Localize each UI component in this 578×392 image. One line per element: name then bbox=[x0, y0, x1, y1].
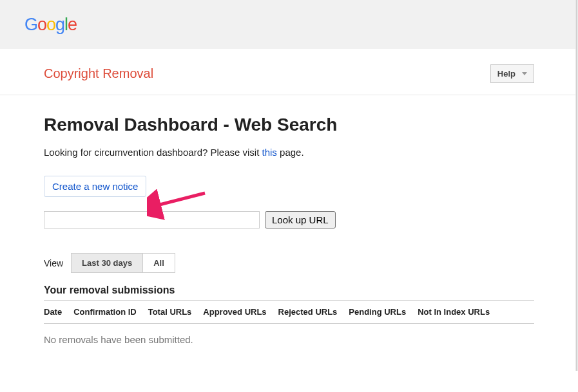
help-label: Help bbox=[497, 69, 515, 79]
lookup-row: Look up URL bbox=[44, 211, 534, 229]
empty-state-message: No removals have been submitted. bbox=[44, 334, 534, 345]
hint-text-before: Looking for circumvention dashboard? Ple… bbox=[44, 147, 262, 158]
main-content: Removal Dashboard - Web Search Looking f… bbox=[0, 95, 578, 371]
chevron-down-icon bbox=[522, 72, 527, 75]
lookup-url-button[interactable]: Look up URL bbox=[265, 211, 336, 229]
tab-all[interactable]: All bbox=[143, 253, 175, 273]
circumvention-link[interactable]: this bbox=[262, 147, 277, 158]
col-rejected-urls: Rejected URLs bbox=[278, 307, 338, 317]
logo-letter: G bbox=[24, 15, 37, 34]
col-pending-urls: Pending URLs bbox=[349, 307, 406, 317]
col-not-in-index-urls: Not In Index URLs bbox=[418, 307, 490, 317]
circumvention-hint: Looking for circumvention dashboard? Ple… bbox=[44, 147, 534, 158]
view-filter-row: View Last 30 days All bbox=[44, 253, 534, 273]
scrollbar-divider bbox=[576, 0, 577, 371]
page-type-title: Copyright Removal bbox=[44, 66, 153, 81]
table-header-row: Date Confirmation ID Total URLs Approved… bbox=[44, 307, 534, 324]
hint-text-after: page. bbox=[277, 147, 304, 158]
col-confirmation-id: Confirmation ID bbox=[73, 307, 137, 317]
tab-last-30-days[interactable]: Last 30 days bbox=[71, 253, 143, 273]
help-dropdown-button[interactable]: Help bbox=[490, 64, 534, 83]
col-date: Date bbox=[44, 307, 62, 317]
header-row: Copyright Removal Help bbox=[0, 49, 578, 95]
page-title: Removal Dashboard - Web Search bbox=[44, 115, 534, 135]
create-new-notice-button[interactable]: Create a new notice bbox=[44, 176, 146, 197]
col-approved-urls: Approved URLs bbox=[203, 307, 266, 317]
google-logo: Google bbox=[24, 15, 77, 35]
submissions-heading: Your removal submissions bbox=[44, 285, 534, 301]
view-label: View bbox=[44, 258, 63, 268]
topbar: Google bbox=[0, 0, 578, 49]
logo-letter: g bbox=[55, 15, 64, 34]
lookup-url-input[interactable] bbox=[44, 211, 260, 229]
col-total-urls: Total URLs bbox=[148, 307, 192, 317]
logo-letter: o bbox=[46, 15, 55, 34]
view-tabs: Last 30 days All bbox=[71, 253, 175, 273]
logo-letter: e bbox=[68, 15, 77, 34]
logo-letter: o bbox=[37, 15, 46, 34]
